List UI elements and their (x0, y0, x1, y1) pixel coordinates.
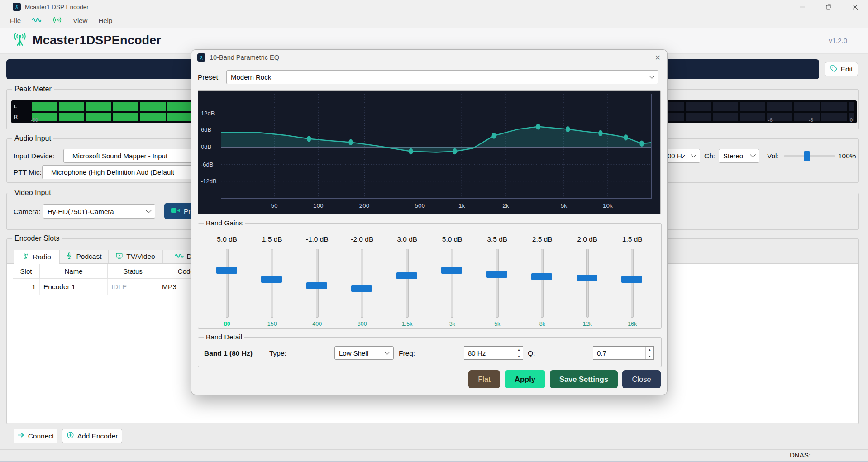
eq-band-point[interactable] (624, 134, 628, 140)
menu-help[interactable]: Help (93, 14, 118, 28)
spinner-up-icon[interactable]: ▲ (646, 347, 653, 353)
menu-view[interactable]: View (67, 14, 93, 28)
band-slider[interactable] (451, 249, 453, 318)
eq-band-point[interactable] (598, 130, 603, 136)
chevron-down-icon (691, 152, 696, 157)
band-column: -1.0 dB400 (295, 235, 340, 327)
band-slider[interactable] (361, 249, 363, 318)
band-column: 2.5 dB8k (520, 235, 565, 327)
band-freq-label: 5k (494, 321, 500, 327)
meter-channel-right: R (14, 114, 18, 119)
dialog-titlebar: 10-Band Parametric EQ ✕ (191, 50, 667, 65)
band-slider[interactable] (496, 249, 499, 318)
band-slider-handle[interactable] (261, 276, 282, 283)
app-icon (13, 3, 21, 11)
band-gains-label: Band Gains (204, 219, 245, 228)
band-column: 3.0 dB1.5k (385, 235, 430, 327)
eq-band-point[interactable] (348, 139, 353, 145)
edit-button[interactable]: Edit (825, 62, 858, 76)
band-column: 2.0 dB12k (565, 235, 610, 327)
eq-band-point[interactable] (566, 126, 570, 132)
band-q-input[interactable]: 0.7 ▲▼ (593, 346, 654, 360)
band-gain-label: 2.0 dB (577, 235, 597, 245)
camera-select[interactable]: Hy-HD(7501)-Camera (43, 204, 155, 219)
menu-dsp[interactable] (26, 14, 47, 28)
volume-slider[interactable] (784, 155, 835, 157)
band-slider[interactable] (631, 249, 634, 318)
close-button[interactable]: Close (622, 370, 661, 388)
band-slider-handle[interactable] (486, 271, 507, 278)
window-title: Mcaster1 DSP Encoder (25, 4, 89, 10)
preset-select[interactable]: Modern Rock (226, 70, 658, 84)
tab-podcast[interactable]: Podcast (59, 250, 108, 263)
eq-y-tick: 12dB (201, 110, 215, 117)
band-slider[interactable] (406, 249, 409, 318)
band-column: 1.5 dB16k (610, 235, 655, 327)
flat-button[interactable]: Flat (468, 370, 500, 388)
band-freq-label: 3k (449, 321, 455, 327)
window-titlebar: Mcaster1 DSP Encoder (0, 0, 868, 14)
eq-x-tick: 50 (271, 202, 278, 209)
band-slider[interactable] (316, 249, 319, 318)
connect-button[interactable]: Connect (14, 429, 57, 443)
menu-file[interactable]: File (5, 14, 26, 28)
input-device-label: Input Device: (14, 152, 54, 160)
band-freq-label: 400 (312, 321, 322, 327)
close-icon[interactable] (842, 0, 868, 14)
volume-value: 100% (838, 152, 856, 160)
menu-bar: File View Help (0, 14, 868, 28)
band-slider-handle[interactable] (216, 267, 237, 274)
band-type-label: Type: (269, 349, 286, 357)
tab-radio[interactable]: Radio (14, 250, 59, 264)
band-slider-handle[interactable] (351, 285, 372, 292)
band-slider[interactable] (226, 249, 229, 318)
band-type-select[interactable]: Low Shelf (334, 346, 394, 360)
table-row-name[interactable]: Encoder 1 (40, 279, 108, 295)
eq-band-point[interactable] (536, 124, 540, 129)
dialog-close-icon[interactable]: ✕ (655, 53, 661, 62)
band-column: 3.5 dB5k (475, 235, 520, 327)
tab-tv-video[interactable]: TV/Video (108, 250, 162, 263)
band-slider-handle[interactable] (621, 276, 642, 283)
spinner-down-icon[interactable]: ▼ (646, 353, 653, 360)
broadcast-icon (52, 16, 62, 25)
minimize-icon[interactable] (789, 0, 816, 14)
table-row-status[interactable]: IDLE (108, 279, 158, 295)
band-slider-handle[interactable] (577, 275, 597, 281)
band-gain-label: 1.5 dB (622, 235, 643, 245)
restore-icon[interactable] (816, 0, 842, 14)
eq-band-point[interactable] (639, 141, 644, 147)
audio-input-label: Audio Input (12, 134, 53, 143)
band-slider-handle[interactable] (306, 282, 327, 289)
spinner-up-icon[interactable]: ▲ (515, 347, 523, 353)
table-row-slot[interactable]: 1 (13, 279, 40, 295)
antenna-icon (22, 252, 29, 262)
page-title: Mcaster1DSPEncoder (33, 33, 161, 48)
meter-scale-3: -3 (809, 117, 813, 123)
tag-icon (830, 65, 838, 74)
menu-broadcast[interactable] (47, 14, 67, 28)
eq-band-point[interactable] (453, 148, 457, 154)
channels-select[interactable]: Stereo (719, 149, 759, 163)
eq-plot-area[interactable] (221, 94, 652, 199)
band-slider[interactable] (541, 249, 544, 318)
eq-graph[interactable]: 12dB6dB0dB-6dB-12dB 501002005001k2k5k10k (198, 90, 661, 214)
band-slider-handle[interactable] (396, 272, 417, 279)
band-slider[interactable] (586, 249, 589, 318)
band-slider-handle[interactable] (531, 273, 552, 280)
apply-button[interactable]: Apply (505, 370, 545, 388)
camera-label: Camera: (14, 208, 40, 216)
chevron-down-icon (750, 152, 756, 157)
band-slider-handle[interactable] (441, 267, 462, 274)
eq-x-tick: 2k (502, 202, 509, 209)
add-encoder-button[interactable]: Add Encoder (62, 429, 122, 443)
eq-band-point[interactable] (307, 136, 311, 142)
band-freq-input[interactable]: 80 Hz ▲▼ (464, 346, 523, 360)
eq-band-point[interactable] (492, 133, 496, 138)
volume-slider-handle[interactable] (804, 151, 810, 161)
band-slider[interactable] (271, 249, 273, 318)
save-settings-button[interactable]: Save Settings (550, 370, 618, 388)
video-input-label: Video Input (12, 188, 53, 197)
spinner-down-icon[interactable]: ▼ (515, 353, 523, 360)
eq-band-point[interactable] (409, 148, 413, 154)
